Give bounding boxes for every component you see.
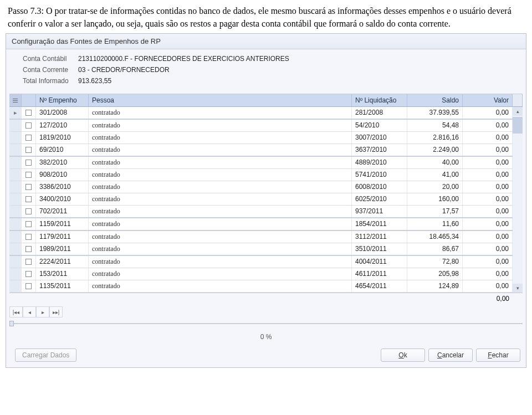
intro-paragraph: Passo 7.3: O por tratar-se de informaçõe…: [0, 0, 532, 32]
cell-pessoa: contratado: [89, 280, 352, 292]
table-row[interactable]: 1135/2011contratado4654/2011124,890,00: [9, 280, 523, 293]
row-checkbox[interactable]: [22, 231, 36, 243]
scroll-track[interactable]: [513, 134, 523, 284]
h-scroll-thumb[interactable]: [9, 321, 14, 326]
cell-empenho: 3386/2010: [36, 181, 89, 193]
row-checkbox[interactable]: [22, 181, 36, 193]
cell-valor: 0,00: [463, 144, 513, 156]
cell-liquidacao: 5741/2010: [352, 169, 407, 181]
column-empenho[interactable]: Nº Empenho: [36, 94, 89, 106]
column-pessoa[interactable]: Pessoa: [89, 94, 352, 106]
cell-liquidacao: 3637/2010: [352, 144, 407, 156]
row-checkbox[interactable]: [22, 206, 36, 217]
cell-liquidacao: 6008/2010: [352, 181, 407, 193]
row-marker: [9, 243, 22, 255]
scroll-up-icon[interactable]: ▴: [513, 107, 523, 116]
column-liquidacao[interactable]: Nº Liquidação: [352, 94, 407, 106]
row-checkbox[interactable]: [22, 280, 36, 292]
nav-first-button[interactable]: |◂◂: [9, 306, 23, 317]
config-window: Configuração das Fontes de Empenhos de R…: [6, 33, 526, 368]
row-checkbox[interactable]: [22, 218, 36, 230]
carregar-dados-button[interactable]: Carregar Dados: [15, 349, 76, 362]
cell-saldo: 17,57: [407, 206, 463, 217]
table-row[interactable]: ▸301/2008contratado281/200837.939,550,00: [9, 107, 523, 120]
nav-last-button[interactable]: ▸▸|: [49, 306, 63, 317]
cell-pessoa: contratado: [89, 120, 352, 131]
row-marker: [9, 157, 22, 168]
cell-liquidacao: 3112/2011: [352, 231, 407, 243]
fechar-button[interactable]: Fechar: [476, 349, 520, 362]
table-row[interactable]: 3400/2010contratado6025/2010160,000,00: [9, 193, 523, 206]
empenhos-grid: Nº Empenho Pessoa Nº Liquidação Saldo Va…: [9, 94, 523, 304]
hamburger-icon: [13, 98, 18, 104]
header-fields: Conta Contábil 213110200000.F - FORNECED…: [6, 49, 526, 91]
row-checkbox[interactable]: [22, 243, 36, 255]
row-marker: [9, 120, 22, 131]
cell-pessoa: contratado: [89, 181, 352, 193]
row-checkbox[interactable]: [22, 120, 36, 131]
total-informado-value: 913.623,55: [78, 77, 111, 85]
cell-valor: 0,00: [463, 107, 513, 119]
column-selector[interactable]: [9, 94, 22, 106]
cell-liquidacao: 281/2008: [352, 107, 407, 119]
cell-saldo: 72,80: [407, 256, 463, 268]
cell-pessoa: contratado: [89, 231, 352, 243]
cell-empenho: 69/2010: [36, 144, 89, 156]
column-saldo[interactable]: Saldo: [407, 94, 463, 106]
cell-empenho: 127/2010: [36, 120, 89, 131]
cell-valor: 0,00: [463, 243, 513, 255]
row-marker: [9, 206, 22, 217]
table-row[interactable]: 127/2010contratado54/201054,480,00: [9, 120, 523, 132]
cell-valor: 0,00: [463, 181, 513, 193]
cell-pessoa: contratado: [89, 169, 352, 181]
cell-liquidacao: 4611/2011: [352, 268, 407, 280]
horizontal-scrollbar[interactable]: [9, 320, 523, 327]
cell-valor: 0,00: [463, 206, 513, 217]
column-valor[interactable]: Valor: [463, 94, 513, 106]
row-checkbox[interactable]: [22, 107, 36, 119]
row-marker: [9, 256, 22, 268]
cell-valor: 0,00: [463, 157, 513, 168]
table-row[interactable]: 382/2010contratado4889/201040,000,00: [9, 157, 523, 169]
row-checkbox[interactable]: [22, 256, 36, 268]
cell-empenho: 153/2011: [36, 268, 89, 280]
cell-valor: 0,00: [463, 256, 513, 268]
row-checkbox[interactable]: [22, 268, 36, 280]
table-row[interactable]: 1159/2011contratado1854/201111,600,00: [9, 218, 523, 231]
conta-corrente-label: Conta Corrente: [23, 66, 78, 74]
row-checkbox[interactable]: [22, 193, 36, 205]
cell-pessoa: contratado: [89, 132, 352, 144]
nav-next-button[interactable]: ▸: [36, 306, 49, 317]
nav-prev-button[interactable]: ◂: [23, 306, 36, 317]
table-row[interactable]: 702/2011contratado937/201117,570,00: [9, 206, 523, 218]
row-checkbox[interactable]: [22, 144, 36, 156]
cancelar-button[interactable]: Cancelar: [428, 349, 473, 362]
row-checkbox[interactable]: [22, 132, 36, 144]
table-row[interactable]: 2224/2011contratado4004/201172,800,00: [9, 256, 523, 268]
cell-saldo: 18.465,34: [407, 231, 463, 243]
cell-liquidacao: 3510/2011: [352, 243, 407, 255]
scroll-thumb[interactable]: [513, 117, 523, 134]
table-row[interactable]: 69/2010contratado3637/20102.249,000,00: [9, 144, 523, 157]
vertical-scrollbar[interactable]: ▴ ▾: [513, 107, 523, 293]
row-checkbox[interactable]: [22, 157, 36, 168]
cell-valor: 0,00: [463, 132, 513, 144]
ok-button[interactable]: Ok: [381, 349, 425, 362]
row-checkbox[interactable]: [22, 169, 36, 181]
table-row[interactable]: 1179/2011contratado3112/201118.465,340,0…: [9, 231, 523, 243]
table-row[interactable]: 1989/2011contratado3510/201186,670,00: [9, 243, 523, 256]
table-row[interactable]: 153/2011contratado4611/2011205,980,00: [9, 268, 523, 280]
cell-saldo: 41,00: [407, 169, 463, 181]
table-row[interactable]: 3386/2010contratado6008/201020,000,00: [9, 181, 523, 193]
cell-pessoa: contratado: [89, 243, 352, 255]
record-navigator: |◂◂ ◂ ▸ ▸▸|: [9, 306, 523, 317]
cell-empenho: 382/2010: [36, 157, 89, 168]
table-row[interactable]: 908/2010contratado5741/201041,000,00: [9, 169, 523, 181]
conta-contabil-label: Conta Contábil: [23, 55, 78, 63]
row-marker: [9, 231, 22, 243]
table-row[interactable]: 1819/2010contratado3007/20102.816,160,00: [9, 132, 523, 144]
grid-footer: 0,00: [9, 293, 523, 304]
scroll-down-icon[interactable]: ▾: [513, 284, 523, 293]
cell-liquidacao: 3007/2010: [352, 132, 407, 144]
row-marker: [9, 218, 22, 230]
